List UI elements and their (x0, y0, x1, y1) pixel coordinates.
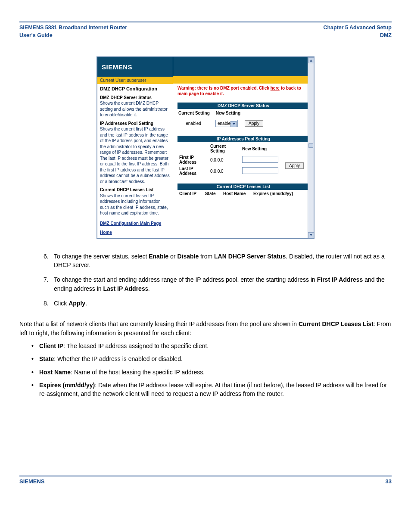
warn-pre: Warning: there is no DMZ port enabled. C… (177, 86, 271, 90)
scroll-down-button[interactable] (308, 232, 314, 238)
status-col2: New Setting (216, 111, 240, 115)
header-product: SIEMENS 5881 Broadband Internet Router (19, 24, 127, 32)
pool-first-value: 0.0.0.0 (210, 158, 238, 162)
status-select[interactable]: enable (215, 120, 238, 127)
step-number: 8. (44, 299, 54, 308)
pool-first-label: First IP Address (179, 155, 206, 165)
scroll-up-button[interactable] (308, 57, 314, 63)
step-number: 7. (44, 275, 54, 293)
pool-last-label: Last IP Address (179, 166, 206, 176)
txt: : The leased IP address assigned to the … (63, 342, 209, 349)
txt-bold: Apply (68, 300, 85, 307)
txt: To change the server status, select (54, 253, 149, 260)
left-p3: Shows the current leased IP addresses in… (100, 193, 170, 216)
footer-page-number: 33 (386, 478, 392, 485)
txt-bold: First IP Address (317, 276, 363, 283)
bullet-hostname: • Host Name: Name of the host leasing th… (31, 368, 392, 376)
embedded-screenshot: SIEMENS Current User: superuser DMZ DHCP… (97, 56, 314, 239)
txt-bold: Last IP Addres (103, 285, 145, 292)
step-8: 8. Click Apply. (44, 299, 392, 308)
left-h2: IP Addresses Pool Setting (100, 121, 170, 127)
bullet-icon: • (31, 355, 39, 363)
leases-col-clientip: Client IP (179, 191, 202, 196)
txt: from (199, 253, 214, 260)
status-panel-title: DMZ DHCP Server Status (177, 103, 309, 109)
leases-col-hostname: Host Name (223, 191, 250, 196)
left-title: DMZ DHCP Configuration (100, 86, 170, 92)
footer-rule (19, 476, 392, 476)
txt-bold: Enable (149, 253, 168, 260)
txt: . (85, 300, 87, 307)
bullet-expires: • Expires (mm/dd/yy): Date when the IP a… (31, 381, 392, 398)
chevron-down-icon (310, 234, 312, 236)
header-chapter: Chapter 5 Advanced Setup (323, 24, 392, 32)
step-7: 7. To change the start and ending addres… (44, 275, 392, 293)
txt: Click (54, 300, 68, 307)
txt-bold: Host Name (39, 369, 71, 376)
txt: : Whether the IP address is enabled or d… (54, 355, 183, 362)
scroll-thumb[interactable] (308, 143, 313, 148)
pool-last-value: 0.0.0.0 (210, 169, 238, 174)
step-number: 6. (44, 252, 54, 270)
link-dmz-main[interactable]: DMZ Configuration Main Page (100, 221, 170, 227)
header-section: DMZ (323, 32, 392, 40)
status-apply-button[interactable]: Apply (245, 120, 263, 127)
page-header: SIEMENS 5881 Broadband Internet Router U… (19, 24, 392, 39)
header-doc: User's Guide (19, 32, 127, 40)
link-home[interactable]: Home (100, 230, 170, 236)
left-p1: Shows the current DMZ DHCP setting and a… (100, 100, 170, 118)
footer-brand: SIEMENS (19, 478, 45, 485)
txt: s. (145, 285, 150, 292)
txt-bold: Current DHCP Leases List (299, 320, 374, 327)
gold-strip (173, 76, 314, 84)
txt: Note that a list of network clients that… (19, 320, 299, 327)
chevron-up-icon (310, 59, 312, 62)
note-paragraph: Note that a list of network clients that… (19, 320, 392, 337)
brand-bar: SIEMENS (97, 57, 173, 77)
page-footer: SIEMENS 33 (19, 478, 392, 485)
pool-last-input[interactable] (242, 167, 278, 174)
top-banner (173, 57, 314, 76)
leases-col-expires: Expires (mm/dd/yy) (253, 191, 293, 196)
txt: To change the start and ending address r… (54, 276, 317, 283)
left-h1: DMZ DHCP Server Status (100, 95, 170, 101)
left-h3: Current DHCP Leases List (100, 187, 170, 193)
bullet-icon: • (31, 342, 39, 350)
pool-col-new: New Setting (242, 146, 281, 151)
leases-col-state: State (205, 191, 220, 196)
status-current-value: enabled (178, 121, 209, 126)
pool-panel-title: IP Addresses Pool Setting (177, 136, 309, 142)
pool-apply-button[interactable]: Apply (285, 162, 304, 169)
bullet-icon: • (31, 368, 39, 376)
bullet-icon: • (31, 381, 39, 398)
txt-bold: Disable (177, 253, 199, 260)
bullet-clientip: • Client IP: The leased IP address assig… (31, 342, 392, 350)
leases-panel-title: Current DHCP Leases List (177, 184, 309, 190)
txt-bold: Client IP (39, 342, 63, 349)
txt: : Name of the host leasing the specific … (71, 369, 205, 376)
txt-bold: LAN DHCP Server Status (214, 253, 286, 260)
warning-text: Warning: there is no DMZ port enabled. C… (177, 85, 309, 96)
bullet-state: • State: Whether the IP address is enabl… (31, 355, 392, 363)
current-user-bar: Current User: superuser (97, 77, 173, 84)
step-6: 6. To change the server status, select E… (44, 252, 392, 270)
scrollbar[interactable] (308, 57, 314, 238)
txt-bold: Expires (mm/dd/yy) (39, 382, 95, 389)
header-rule (19, 22, 392, 22)
status-col1: Current Setting (178, 111, 210, 115)
warn-link[interactable]: here (271, 86, 280, 90)
txt-bold: State (39, 355, 54, 362)
left-p2: Shows the current first IP address and t… (100, 126, 170, 184)
pool-col-current: Current Setting (210, 144, 238, 153)
pool-first-input[interactable] (242, 156, 278, 163)
txt: or (168, 253, 177, 260)
